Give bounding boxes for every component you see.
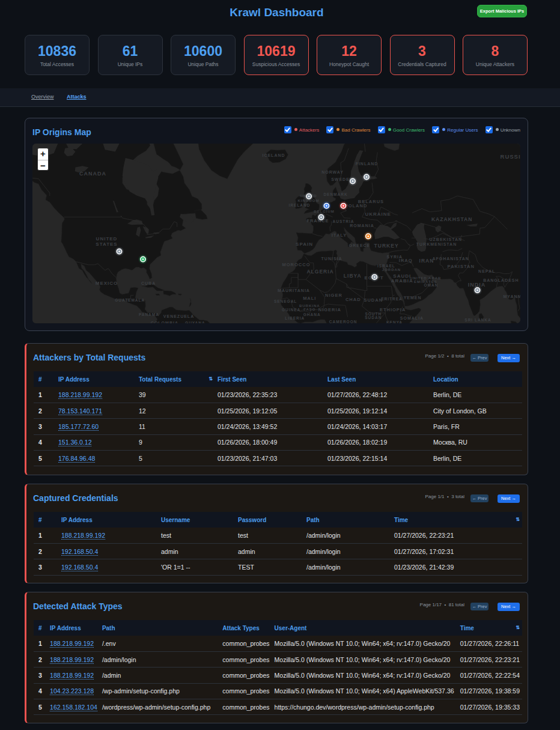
svg-text:AUSTRIA: AUSTRIA (333, 219, 355, 224)
svg-text:LIBYA: LIBYA (344, 273, 362, 279)
svg-text:NIGERIA: NIGERIA (318, 307, 341, 312)
svg-text:YEMEN: YEMEN (404, 296, 422, 300)
svg-text:JORDAN: JORDAN (382, 268, 401, 272)
svg-text:SRI LANKA: SRI LANKA (464, 318, 491, 322)
svg-text:ETHIOPIA: ETHIOPIA (380, 307, 406, 312)
svg-text:ERITREA: ERITREA (381, 297, 403, 301)
svg-text:LIBERIA: LIBERIA (285, 316, 305, 320)
svg-text:ROMANIA: ROMANIA (350, 224, 374, 228)
svg-text:UKRAINE: UKRAINE (365, 211, 391, 217)
svg-text:RUSSIA: RUSSIA (501, 153, 520, 160)
svg-text:ALGERIA: ALGERIA (306, 269, 333, 275)
svg-text:AFGHANISTAN: AFGHANISTAN (432, 257, 469, 261)
svg-text:DENMARK: DENMARK (323, 192, 347, 196)
svg-text:CANADA: CANADA (79, 171, 106, 177)
svg-text:KAZAKHSTAN: KAZAKHSTAN (431, 216, 472, 222)
svg-text:UZBEKISTAN: UZBEKISTAN (430, 237, 463, 242)
svg-text:FASO: FASO (303, 308, 315, 311)
svg-text:STATES: STATES (96, 242, 117, 247)
svg-text:BELGIUM: BELGIUM (314, 210, 335, 213)
svg-text:SUDAN: SUDAN (364, 297, 383, 303)
svg-text:IRAN: IRAN (419, 258, 434, 264)
svg-text:MOROCCO: MOROCCO (282, 262, 311, 267)
svg-text:MAURITANIA: MAURITANIA (278, 288, 310, 293)
svg-text:MALI: MALI (303, 296, 316, 301)
svg-text:SUDAN: SUDAN (365, 315, 382, 320)
svg-text:OMAN: OMAN (424, 283, 439, 287)
svg-text:SOMALIA: SOMALIA (400, 316, 424, 320)
svg-text:NEPAL: NEPAL (478, 269, 495, 273)
svg-text:GUYANA: GUYANA (185, 321, 205, 324)
svg-text:CUBA: CUBA (141, 281, 156, 285)
svg-text:BELARUS: BELARUS (358, 199, 384, 204)
svg-text:GREECE: GREECE (349, 243, 371, 248)
svg-text:TURKMENISTAN: TURKMENISTAN (416, 242, 457, 246)
svg-text:UNITED ARAB: UNITED ARAB (410, 276, 441, 280)
svg-text:GUATEMALA: GUATEMALA (115, 298, 145, 302)
svg-text:SPAIN: SPAIN (296, 242, 313, 247)
svg-text:SENEGAL: SENEGAL (274, 299, 297, 303)
svg-text:IRELAND: IRELAND (289, 203, 311, 207)
svg-text:NORWAY: NORWAY (321, 170, 344, 174)
svg-text:GHANA: GHANA (303, 312, 321, 317)
svg-text:NIGER: NIGER (325, 293, 342, 298)
svg-text:ICELAND: ICELAND (262, 153, 285, 157)
svg-text:MYANMAR: MYANMAR (504, 294, 520, 299)
svg-text:MEXICO: MEXICO (96, 281, 118, 286)
svg-text:GUINEA: GUINEA (282, 308, 300, 312)
svg-text:ITALY: ITALY (332, 233, 347, 238)
svg-text:KENYA: KENYA (386, 320, 403, 324)
svg-text:PANAMA: PANAMA (139, 312, 159, 317)
svg-text:UNITED: UNITED (96, 236, 118, 242)
svg-text:VENEZUELA: VENEZUELA (163, 314, 194, 318)
svg-text:SYRIA: SYRIA (387, 255, 403, 259)
svg-text:CAMEROON: CAMEROON (329, 320, 358, 323)
svg-text:TUNISIA: TUNISIA (321, 257, 342, 261)
svg-text:TURKEY: TURKEY (374, 243, 399, 249)
svg-text:BANGLADESH: BANGLADESH (483, 278, 519, 282)
svg-text:PAKISTAN: PAKISTAN (448, 264, 475, 269)
svg-text:COLOMBIA: COLOMBIA (151, 321, 178, 323)
svg-text:FINLAND: FINLAND (356, 162, 379, 166)
svg-text:CHAD: CHAD (345, 297, 361, 302)
